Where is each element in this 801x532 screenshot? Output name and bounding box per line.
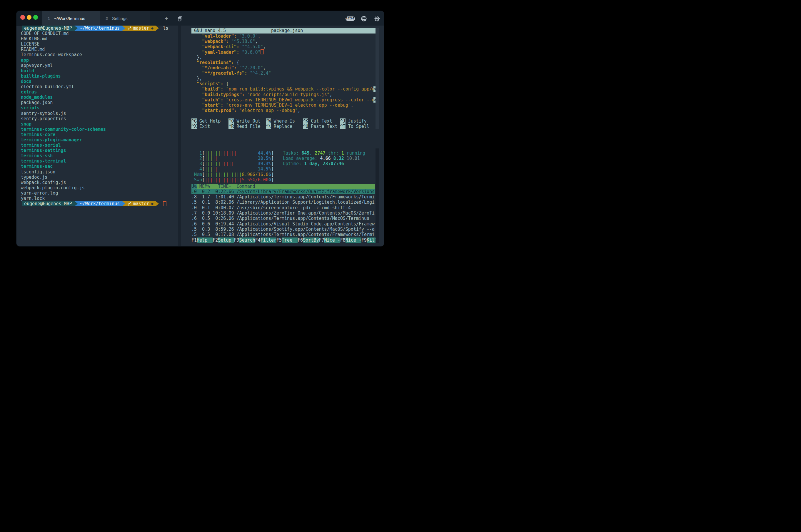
file-item: tsconfig.json	[21, 169, 178, 175]
process-table-header[interactable]: U% MEM% TIME+ Command	[191, 184, 375, 189]
globe-button[interactable]	[360, 11, 368, 26]
htop-process-table[interactable]: U% MEM% TIME+ Command .0 0.2 0:22.66 /Sy…	[191, 184, 375, 238]
file-item: webpack.plugin.config.js	[21, 185, 178, 190]
powerline-arrow-icon	[122, 25, 125, 31]
file-item: typedoc.js	[21, 175, 178, 180]
prompt-path-segment: ~/Work/terminus	[78, 25, 122, 31]
tab-settings[interactable]: 2 Settings	[100, 11, 150, 26]
process-row[interactable]: .0 0.1 0:00.07 /usr/sbin/screencapture -…	[191, 205, 375, 210]
shell-prompt: eugene@Eugenes-MBP ~/Work/terminus maste…	[22, 25, 178, 31]
prompt-user-segment: eugene@Eugenes-MBP	[22, 25, 74, 31]
process-row[interactable]: .5 0.5 0:17.08 /Applications/Terminus.ap…	[191, 232, 375, 237]
terminal-pane-right[interactable]: GNU nano 4.5 package.json "val-loader": …	[191, 25, 379, 246]
htop-fkey-f2[interactable]: F2Setup	[212, 238, 234, 243]
htop-summary-line: Tasks: 645, 2747 thr; 1 running	[283, 151, 365, 156]
nano-shortcut-read-file[interactable]: ^R Read File	[228, 124, 265, 129]
duplicate-icon	[177, 16, 183, 22]
nano-shortcut-exit[interactable]: ^X Exit	[191, 124, 228, 129]
nano-shortcut-get-help[interactable]: ^G Get Help	[191, 118, 228, 124]
git-branch-icon	[128, 26, 131, 31]
htop-scrollbar[interactable]	[375, 148, 379, 243]
minimize-button[interactable]	[27, 15, 32, 20]
nano-line: "build:typings": "node scripts/build-typ…	[191, 92, 379, 97]
settings-button[interactable]	[373, 11, 381, 26]
htop-meters: 1[|||||||||||| 44.4%] 2[||||| 18.5%] 3[|…	[191, 151, 274, 183]
zoom-button[interactable]	[33, 15, 38, 20]
meter-3: 3[||||||||||| 39.3%]	[191, 161, 274, 166]
file-item-directory: scripts	[21, 105, 178, 111]
nano-line: "start": "cross-env TERMINUS_DEV=1 elect…	[191, 102, 379, 108]
meter-2: 2[||||| 18.5%]	[191, 156, 274, 161]
traffic-light-zone	[17, 11, 42, 26]
prompt-git-segment: master ●	[125, 25, 155, 31]
htop-fkey-f3[interactable]: F3Search	[234, 238, 255, 243]
pane-divider[interactable]	[178, 25, 181, 246]
git-branch-name: master	[133, 25, 149, 31]
process-row[interactable]: .5 0.1 8:02.06 /Library/Application Supp…	[191, 200, 375, 205]
prompt-path-segment: ~/Work/terminus	[78, 201, 122, 206]
powerline-arrow-icon	[155, 201, 159, 206]
htop-fkey-f1[interactable]: F1Help	[191, 238, 212, 243]
git-dirty-dot: ●	[151, 25, 153, 31]
terminal-window: 1 ~/Work/terminus 2 Settings + IOIOI	[17, 11, 384, 246]
process-row[interactable]: .7 0.0 10:18.09 /Applications/ZeroTier O…	[191, 210, 375, 216]
sort-column[interactable]: U%	[191, 184, 197, 189]
file-item: yarn.lock	[21, 196, 178, 201]
file-item-directory: terminus-uac	[21, 164, 178, 169]
close-button[interactable]	[20, 15, 25, 20]
htop-fkey-f4[interactable]: F4Filter	[255, 238, 276, 243]
file-item: LICENSE	[21, 41, 178, 47]
new-tab-button[interactable]: +	[162, 11, 170, 26]
process-row-selected[interactable]: .0 0.2 0:22.66 /System/Library/Framework…	[191, 189, 375, 194]
serial-ports-icon[interactable]: IOIOI	[346, 17, 355, 21]
nano-shortcut-write-out[interactable]: ^O Write Out	[228, 118, 265, 124]
nano-line: "build": "npm run build:typings && webpa…	[191, 87, 379, 92]
nano-shortcut-where-is[interactable]: ^W Where Is	[266, 118, 303, 124]
file-item-directory: terminus-core	[21, 132, 178, 137]
htop-summary-line: Load average: 4.66 8.32 10.01	[283, 156, 365, 161]
tab-title: ~/Work/terminus	[54, 16, 85, 21]
meter-mem: Mem[||||||||||||||8.90G/16.0G]	[191, 172, 274, 177]
nano-shortcut-cut-text[interactable]: ^K Cut Text	[303, 118, 340, 124]
file-item-directory: snap	[21, 121, 178, 127]
terminal-pane-shell[interactable]: eugene@Eugenes-MBP ~/Work/terminus maste…	[21, 25, 178, 246]
file-item-directory: build	[21, 68, 178, 74]
nano-cursor	[261, 50, 264, 54]
duplicate-tab-button[interactable]	[176, 11, 184, 26]
htop-summary: Tasks: 645, 2747 thr; 1 runningLoad aver…	[283, 151, 365, 167]
file-item: package.json	[21, 100, 178, 105]
globe-icon	[361, 16, 367, 22]
process-row[interactable]: .5 0.3 8:59.26 /Applications/Spotify.app…	[191, 227, 375, 232]
process-row[interactable]: .6 0.6 0:19.44 /Applications/Visual Stud…	[191, 221, 375, 227]
file-item-directory: terminus-serial	[21, 142, 178, 148]
nano-shortcut-justify[interactable]: ^J Justify	[340, 118, 377, 124]
file-item-directory: node_modules	[21, 95, 178, 100]
nano-shortcut-paste-text[interactable]: ^U Paste Text	[303, 124, 340, 129]
process-row[interactable]: .6 0.5 0:26.06 /Applications/Terminus.ap…	[191, 216, 375, 221]
nano-editor-content[interactable]: "val-loader": "3.0.0", "webpack": "^5.18…	[191, 34, 379, 113]
git-dirty-dot: ●	[151, 201, 153, 206]
nano-line: "yaml-loader": "0.6.0"	[191, 50, 379, 55]
htop-fkey-f6[interactable]: F6SortBy	[298, 238, 319, 243]
tab-work-terminus[interactable]: 1 ~/Work/terminus	[42, 11, 100, 26]
file-item: yarn-error.log	[21, 190, 178, 196]
htop-fkey-f8[interactable]: F8Nice +	[340, 238, 361, 243]
tab-bar: 1 ~/Work/terminus 2 Settings + IOIOI	[17, 11, 384, 25]
command-text: ls	[163, 25, 168, 31]
process-row[interactable]: .8 1.7 1:01.40 /Applications/Terminus.ap…	[191, 194, 375, 200]
file-item-directory: terminus-terminal	[21, 158, 178, 164]
file-item-directory: terminus-plugin-manager	[21, 137, 178, 142]
nano-scrollbar[interactable]	[375, 28, 379, 129]
htop-fkey-f5[interactable]: F5Tree	[276, 238, 298, 243]
nano-version: GNU nano 4.5	[191, 28, 271, 34]
htop-fkey-f7[interactable]: F7Nice -	[319, 238, 340, 243]
nano-titlebar: GNU nano 4.5 package.json	[191, 28, 377, 34]
file-item: HACKING.md	[21, 36, 178, 41]
nano-line: "resolutions": {	[191, 60, 379, 65]
nano-line: "watch": "cross-env TERMINUS_DEV=1 webpa…	[191, 97, 379, 102]
nano-shortcut-to-spell[interactable]: ^T To Spell	[340, 124, 377, 129]
file-item-directory: app	[21, 58, 178, 63]
nano-line: "**/graceful-fs": "^4.2.4"	[191, 71, 379, 76]
nano-shortcut-replace[interactable]: ^\ Replace	[266, 124, 303, 129]
nano-line: "webpack-cli": "^4.5.0",	[191, 44, 379, 50]
